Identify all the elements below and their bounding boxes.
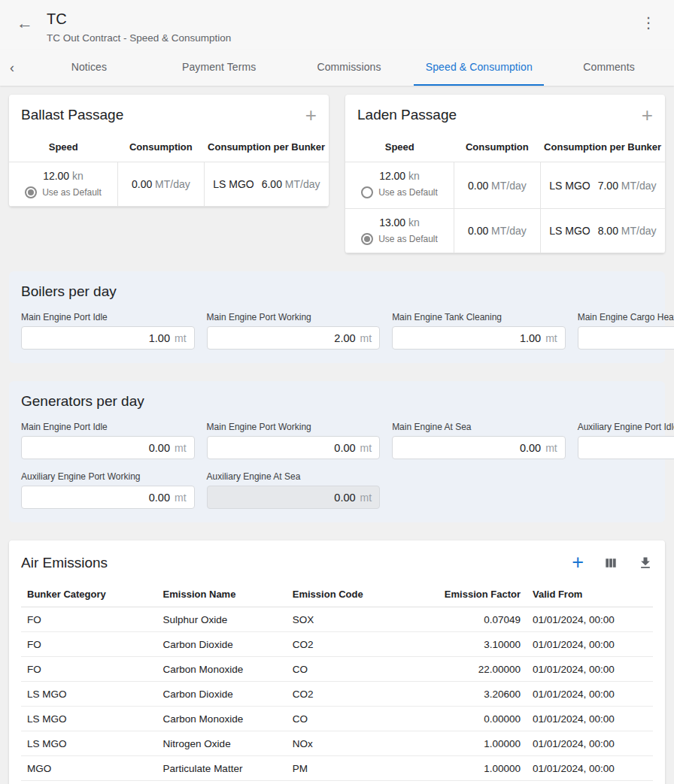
consumption-cell[interactable]: 0.00 MT/day <box>454 162 541 209</box>
emission-name: Nitrogen Oxide <box>157 731 287 756</box>
emission-name: Sulphur Oxide <box>157 607 287 632</box>
add-ballast-row-icon[interactable]: + <box>305 105 317 125</box>
emission-row[interactable]: LS MGO Nitrogen Oxide NOx 1.00000 01/01/… <box>21 731 653 756</box>
boilers-title: Boilers per day <box>21 283 653 300</box>
air-emissions-card: Air Emissions + Bunker Categor <box>9 540 665 784</box>
column-speed: Speed <box>9 135 118 162</box>
emission-name: Carbon Monoxide <box>157 657 287 682</box>
chevron-left-icon[interactable]: ‹ <box>0 50 24 86</box>
bunker-consumption-cell[interactable]: LS MGO7.00 MT/day <box>540 162 665 209</box>
speed-value: 13.00 kn <box>348 216 451 229</box>
emission-name: Particulate Matter <box>157 756 287 781</box>
tab-notices[interactable]: Notices <box>24 50 154 86</box>
me-port-idle-input[interactable] <box>29 332 170 344</box>
add-emission-icon[interactable]: + <box>572 552 584 573</box>
consumption-unit: MT/day <box>491 180 527 192</box>
gen-aux-port-idle-input[interactable] <box>586 442 674 454</box>
field-gen-me-port-idle: Main Engine Port Idle mt <box>21 422 195 459</box>
column-emission-name: Emission Name <box>157 582 287 607</box>
use-as-default-radio[interactable] <box>361 233 373 245</box>
speed-cell[interactable]: 12.00 kn Use as Default <box>9 162 118 207</box>
column-valid-from: Valid From <box>527 582 653 607</box>
bunker-consumption-cell[interactable]: LS MGO8.00 MT/day <box>540 209 665 253</box>
field-label: Auxiliary Engine At Sea <box>207 471 381 482</box>
emission-code: NOx <box>287 731 416 756</box>
tab-payment-terms[interactable]: Payment Terms <box>154 50 284 86</box>
column-bunker-category: Bunker Category <box>21 582 157 607</box>
field-label: Main Engine Port Idle <box>21 312 195 322</box>
emission-row[interactable]: FO Sulphur Oxide SOX 0.07049 01/01/2024,… <box>21 607 653 632</box>
emission-category: FO <box>21 632 157 657</box>
bunker-consumption-cell[interactable]: LS MGO6.00 MT/day <box>204 162 329 207</box>
emission-code: CO2 <box>287 682 416 707</box>
page-subtitle: TC Out Contract - Speed & Consumption <box>47 32 635 44</box>
laden-row: 13.00 kn Use as Default 0.00 MT/day LS M… <box>345 209 665 253</box>
use-as-default-label: Use as Default <box>42 187 102 198</box>
emission-valid-from: 01/01/2024, 00:00 <box>527 657 653 682</box>
unit-label: mt <box>360 442 372 454</box>
consumption-cell[interactable]: 0.00 MT/day <box>118 162 205 207</box>
passage-cards-row: Ballast Passage + Speed Consumption Cons… <box>9 95 665 253</box>
field-me-port-idle: Main Engine Port Idle mt <box>21 312 195 350</box>
download-icon[interactable] <box>638 555 653 571</box>
laden-row: 12.00 kn Use as Default 0.00 MT/day LS M… <box>345 162 665 209</box>
column-consumption-per-bunker: Consumption per Bunker <box>204 135 329 162</box>
view-columns-icon[interactable] <box>603 555 618 571</box>
boilers-panel: Boilers per day Main Engine Port Idle mt… <box>9 271 665 363</box>
use-as-default-option: Use as Default <box>25 186 102 198</box>
emission-category: FO <box>21 657 157 682</box>
unit-label: mt <box>545 442 557 454</box>
air-emissions-title: Air Emissions <box>21 555 108 571</box>
consumption-cell[interactable]: 0.00 MT/day <box>454 209 541 253</box>
unit-label: mt <box>360 332 372 344</box>
speed-unit: kn <box>408 170 420 182</box>
field-label: Auxiliary Engine Port Working <box>21 471 195 482</box>
tab-commissions[interactable]: Commissions <box>284 50 414 86</box>
use-as-default-radio[interactable] <box>25 186 37 198</box>
emission-valid-from: 01/01/2024, 00:00 <box>527 756 653 781</box>
laden-passage-card: Laden Passage + Speed Consumption Consum… <box>345 95 665 253</box>
use-as-default-label: Use as Default <box>378 234 438 244</box>
gen-me-port-working-input[interactable] <box>215 442 356 454</box>
laden-passage-header: Laden Passage + <box>345 95 665 135</box>
field-me-tank-cleaning: Main Engine Tank Cleaning mt <box>392 312 566 350</box>
use-as-default-radio[interactable] <box>361 186 373 198</box>
me-port-working-input[interactable] <box>215 332 356 344</box>
emission-name: Carbon Dioxide <box>157 682 287 707</box>
field-me-cargo-heating: Main Engine Cargo Heating mt <box>578 312 674 350</box>
me-tank-cleaning-input[interactable] <box>400 332 541 344</box>
main-content: Ballast Passage + Speed Consumption Cons… <box>0 86 674 784</box>
emission-category: LS MGO <box>21 707 157 731</box>
field-label: Main Engine At Sea <box>392 422 566 432</box>
field-gen-aux-port-working: Auxiliary Engine Port Working mt <box>21 471 195 509</box>
kebab-menu-icon[interactable]: ⋮ <box>635 11 662 35</box>
gen-me-port-idle-input[interactable] <box>29 442 170 454</box>
back-arrow-icon[interactable]: ← <box>12 11 41 32</box>
speed-unit: kn <box>72 170 83 182</box>
emission-row[interactable]: MGO Particulate Matter PM 1.00000 01/01/… <box>21 756 653 781</box>
speed-cell[interactable]: 13.00 kn Use as Default <box>345 209 454 253</box>
gen-me-at-sea-input[interactable] <box>400 442 541 454</box>
emission-valid-from: 01/01/2024, 00:00 <box>527 607 653 632</box>
consumption-unit: MT/day <box>491 225 527 237</box>
tab-speed-consumption[interactable]: Speed & Consumption <box>414 50 544 86</box>
gen-aux-port-working-input[interactable] <box>29 492 170 504</box>
emission-row[interactable]: LS MGO Carbon Dioxide CO2 3.20600 01/01/… <box>21 682 653 707</box>
generators-title: Generators per day <box>21 393 653 410</box>
emission-valid-from: 01/01/2024, 00:00 <box>527 731 653 756</box>
tab-bar: ‹ Notices Payment Terms Commissions Spee… <box>0 50 674 86</box>
ballast-passage-header: Ballast Passage + <box>9 95 329 135</box>
field-label: Main Engine Port Working <box>207 422 381 432</box>
emission-factor: 0.00000 <box>416 707 527 731</box>
air-emissions-toolbar: + <box>572 552 653 573</box>
speed-cell[interactable]: 12.00 kn Use as Default <box>345 162 454 209</box>
ballast-passage-card: Ballast Passage + Speed Consumption Cons… <box>9 95 329 207</box>
emission-row[interactable]: FO Carbon Monoxide CO 22.00000 01/01/202… <box>21 657 653 682</box>
emission-row[interactable]: LS MGO Carbon Monoxide CO 0.00000 01/01/… <box>21 707 653 731</box>
add-laden-row-icon[interactable]: + <box>642 105 653 125</box>
field-label: Auxiliary Engine Port Idle <box>578 422 674 432</box>
me-cargo-heating-input[interactable] <box>586 332 674 344</box>
field-label: Main Engine Port Idle <box>21 422 195 432</box>
emission-row[interactable]: FO Carbon Dioxide CO2 3.10000 01/01/2024… <box>21 632 653 657</box>
tab-comments[interactable]: Comments <box>544 50 674 86</box>
